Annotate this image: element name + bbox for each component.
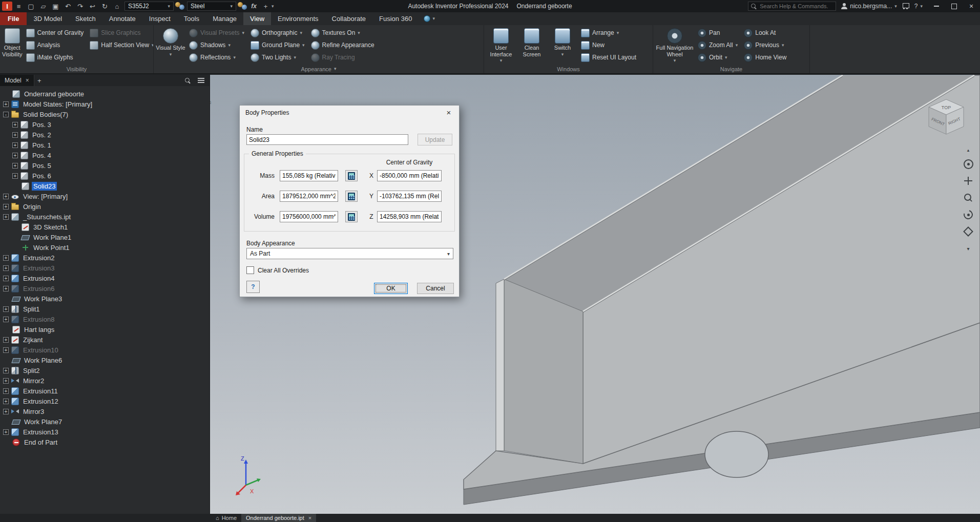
appearance-combo[interactable]: Steel ▾ bbox=[187, 2, 236, 11]
orthographic-button[interactable]: Orthographic▾ bbox=[248, 27, 307, 39]
pan-icon[interactable] bbox=[963, 175, 974, 186]
tree-item-work-plane7[interactable]: Work Plane7 bbox=[0, 416, 210, 427]
orbit-button[interactable]: Orbit▾ bbox=[695, 51, 740, 64]
center-of-gravity-button[interactable]: Center of Gravity bbox=[24, 27, 87, 39]
tree-item-extrusion8[interactable]: +Extrusion8 bbox=[0, 314, 210, 324]
tree-item-onderrand-geboorte[interactable]: Onderrand geboorte bbox=[0, 89, 210, 99]
clear-overrides-checkbox[interactable] bbox=[246, 266, 254, 274]
tree-item-end-of-part[interactable]: End of Part bbox=[0, 437, 210, 447]
parameters-fx-icon[interactable]: fx bbox=[248, 1, 260, 11]
maximize-button[interactable] bbox=[945, 0, 963, 12]
tree-expander-icon[interactable]: + bbox=[3, 388, 9, 394]
tree-expander-icon[interactable]: + bbox=[3, 429, 9, 435]
tree-expander-icon[interactable]: + bbox=[3, 204, 9, 210]
appearance-browser-icon[interactable] bbox=[238, 2, 248, 10]
tree-expander-icon[interactable]: + bbox=[3, 368, 9, 373]
tab-manage[interactable]: Manage bbox=[206, 12, 243, 25]
tree-expander-icon[interactable]: + bbox=[12, 142, 18, 148]
document-tab[interactable]: Onderrand geboorte.ipt × bbox=[241, 514, 316, 522]
tab-environments[interactable]: Environments bbox=[271, 12, 325, 25]
tree-expander-icon[interactable]: + bbox=[12, 163, 18, 169]
home-view-icon[interactable]: ⌂ bbox=[111, 1, 123, 11]
browser-menu-icon[interactable] bbox=[198, 78, 204, 79]
tree-expander-icon[interactable]: + bbox=[3, 409, 9, 414]
ok-button[interactable]: OK bbox=[374, 283, 408, 294]
look-at-icon[interactable] bbox=[963, 226, 974, 237]
tree-expander-icon[interactable]: + bbox=[3, 194, 9, 199]
zoom-icon[interactable] bbox=[963, 192, 974, 203]
undo-icon[interactable]: ↶ bbox=[62, 1, 74, 11]
tree-expander-icon[interactable]: + bbox=[3, 101, 9, 107]
look-at-button[interactable]: Look At bbox=[741, 27, 789, 39]
cog-z-input[interactable] bbox=[377, 211, 442, 222]
area-input[interactable] bbox=[280, 191, 338, 202]
ground-plane-button[interactable]: Ground Plane▾ bbox=[248, 39, 307, 51]
reset-ui-layout-button[interactable]: Reset UI Layout bbox=[578, 51, 639, 64]
previous-button[interactable]: Previous▾ bbox=[741, 39, 789, 51]
tree-item-pos-3[interactable]: +Pos. 3 bbox=[0, 119, 210, 130]
volume-calculator-button[interactable] bbox=[345, 211, 358, 222]
tree-item-work-plane3[interactable]: Work Plane3 bbox=[0, 294, 210, 304]
save-icon[interactable]: ▣ bbox=[50, 1, 61, 11]
search-input[interactable] bbox=[760, 3, 828, 9]
close-icon[interactable]: × bbox=[308, 515, 311, 521]
tree-expander-icon[interactable]: + bbox=[3, 265, 9, 271]
open-file-icon[interactable]: ▱ bbox=[37, 1, 49, 11]
customize-qat-chevron-icon[interactable]: ▾ bbox=[272, 4, 274, 9]
tree-item-extrusion10[interactable]: +Extrusion10 bbox=[0, 345, 210, 355]
tree-expander-icon[interactable]: + bbox=[3, 347, 9, 353]
update-icon[interactable]: ↻ bbox=[99, 1, 111, 11]
return-icon[interactable]: ↩ bbox=[87, 1, 98, 11]
refine-appearance-button[interactable]: Refine Appearance bbox=[308, 39, 377, 51]
full-navigation-wheel-button[interactable]: Full Navigation Wheel▾ bbox=[655, 26, 694, 64]
pan-button[interactable]: Pan bbox=[695, 27, 740, 39]
tree-item-model-states-primary[interactable]: +Model States: [Primary] bbox=[0, 99, 210, 109]
tree-item-solid23[interactable]: Solid23 bbox=[0, 181, 210, 191]
volume-input[interactable] bbox=[280, 211, 338, 222]
tree-item-extrusion12[interactable]: +Extrusion12 bbox=[0, 396, 210, 406]
help-search-box[interactable] bbox=[748, 2, 836, 11]
mass-input[interactable] bbox=[280, 170, 338, 181]
tab-annotate[interactable]: Annotate bbox=[102, 12, 142, 25]
navbar-more-icon[interactable]: ▾ bbox=[963, 243, 974, 254]
tree-expander-icon[interactable]: + bbox=[3, 337, 9, 343]
tree-item-zijkant[interactable]: +Zijkant bbox=[0, 335, 210, 345]
orbit-icon[interactable] bbox=[963, 209, 974, 220]
arrange-button[interactable]: Arrange▾ bbox=[578, 27, 639, 39]
tree-item-split2[interactable]: +Split2 bbox=[0, 365, 210, 375]
add-browser-tab-button[interactable]: + bbox=[34, 77, 45, 85]
tree-item-mirror3[interactable]: +Mirror3 bbox=[0, 406, 210, 416]
help-menu[interactable]: ? ▾ bbox=[914, 3, 923, 10]
name-input[interactable] bbox=[246, 134, 408, 145]
tree-item-work-plane6[interactable]: Work Plane6 bbox=[0, 355, 210, 365]
tree-item-split1[interactable]: +Split1 bbox=[0, 304, 210, 314]
reflections-button[interactable]: Reflections▾ bbox=[186, 51, 247, 64]
tree-item-stuurschets-ipt[interactable]: +_Stuurschets.ipt bbox=[0, 212, 210, 222]
browser-search-icon[interactable] bbox=[185, 78, 191, 83]
tab-sketch[interactable]: Sketch bbox=[69, 12, 102, 25]
app-logo-icon[interactable]: I bbox=[2, 2, 12, 11]
dialog-close-button[interactable]: × bbox=[439, 106, 459, 119]
tree-expander-icon[interactable]: + bbox=[3, 286, 9, 291]
clean-screen-button[interactable]: Clean Screen bbox=[517, 26, 547, 64]
tree-item-hart-langs[interactable]: Hart langs bbox=[0, 324, 210, 335]
express-mode-menu[interactable]: ▾ bbox=[419, 12, 440, 25]
tree-expander-icon[interactable]: + bbox=[3, 378, 9, 384]
tree-item-pos-4[interactable]: +Pos. 4 bbox=[0, 150, 210, 160]
tree-item-origin[interactable]: +Origin bbox=[0, 201, 210, 212]
material-browser-icon[interactable] bbox=[175, 2, 185, 10]
navbar-collapse-icon[interactable]: ▴ bbox=[963, 148, 974, 153]
tab-3d-model[interactable]: 3D Model bbox=[27, 12, 69, 25]
full-navigation-wheel-icon[interactable] bbox=[963, 158, 974, 170]
tree-expander-icon[interactable]: + bbox=[12, 132, 18, 138]
app-menu-icon[interactable]: ≡ bbox=[13, 1, 25, 11]
tree-item-extrusion3[interactable]: +Extrusion3 bbox=[0, 263, 210, 273]
close-window-button[interactable]: × bbox=[963, 0, 980, 12]
mass-calculator-button[interactable] bbox=[345, 170, 358, 181]
switch-button[interactable]: Switch▾ bbox=[548, 26, 577, 64]
zoom-all-button[interactable]: Zoom All▾ bbox=[695, 39, 740, 51]
tab-file[interactable]: File bbox=[0, 12, 27, 25]
tab-collaborate[interactable]: Collaborate bbox=[325, 12, 373, 25]
tree-item-mirror2[interactable]: +Mirror2 bbox=[0, 375, 210, 386]
tree-item-view-primary[interactable]: +View: [Primary] bbox=[0, 191, 210, 201]
